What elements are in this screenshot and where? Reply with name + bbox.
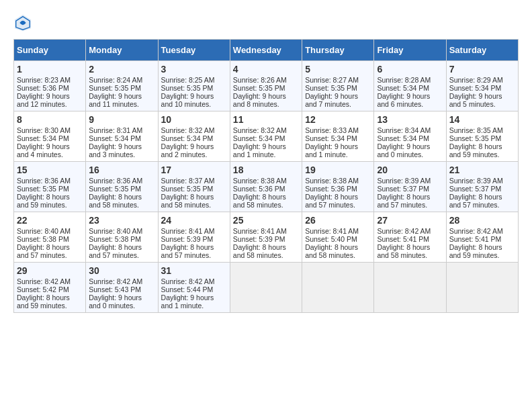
day-number: 7 bbox=[449, 64, 515, 75]
daylight-text: Daylight: 8 hours and 57 minutes. bbox=[89, 243, 142, 259]
sunrise-text: Sunrise: 8:27 AM bbox=[305, 76, 359, 84]
weekday-header: Sunday bbox=[14, 40, 86, 61]
day-number: 26 bbox=[305, 215, 371, 226]
sunrise-text: Sunrise: 8:39 AM bbox=[377, 177, 431, 185]
day-number: 16 bbox=[89, 165, 154, 175]
sunrise-text: Sunrise: 8:35 AM bbox=[449, 126, 503, 134]
calendar-cell: 23 Sunrise: 8:40 AM Sunset: 5:38 PM Dayl… bbox=[86, 212, 158, 263]
sunrise-text: Sunrise: 8:38 AM bbox=[233, 177, 287, 185]
sunset-text: Sunset: 5:35 PM bbox=[305, 84, 357, 92]
calendar-cell: 21 Sunrise: 8:39 AM Sunset: 5:37 PM Dayl… bbox=[446, 162, 518, 212]
page-header bbox=[13, 13, 519, 32]
sunset-text: Sunset: 5:43 PM bbox=[89, 285, 141, 293]
sunrise-text: Sunrise: 8:30 AM bbox=[17, 126, 71, 134]
calendar-cell: 2 Sunrise: 8:24 AM Sunset: 5:35 PM Dayli… bbox=[86, 61, 158, 111]
sunrise-text: Sunrise: 8:42 AM bbox=[89, 277, 142, 285]
sunrise-text: Sunrise: 8:25 AM bbox=[161, 76, 215, 84]
daylight-text: Daylight: 9 hours and 3 minutes. bbox=[89, 142, 142, 158]
daylight-text: Daylight: 8 hours and 57 minutes. bbox=[161, 243, 214, 259]
sunrise-text: Sunrise: 8:37 AM bbox=[161, 177, 215, 185]
day-number: 15 bbox=[17, 165, 83, 175]
daylight-text: Daylight: 9 hours and 12 minutes. bbox=[17, 92, 70, 108]
calendar-cell: 13 Sunrise: 8:34 AM Sunset: 5:34 PM Dayl… bbox=[374, 111, 446, 162]
daylight-text: Daylight: 8 hours and 58 minutes. bbox=[233, 243, 286, 259]
calendar-cell: 22 Sunrise: 8:40 AM Sunset: 5:38 PM Dayl… bbox=[14, 212, 86, 263]
calendar-cell: 14 Sunrise: 8:35 AM Sunset: 5:35 PM Dayl… bbox=[446, 111, 518, 162]
daylight-text: Daylight: 8 hours and 59 minutes. bbox=[449, 243, 502, 259]
calendar-cell bbox=[374, 263, 446, 313]
calendar-cell: 31 Sunrise: 8:42 AM Sunset: 5:44 PM Dayl… bbox=[158, 263, 230, 313]
day-number: 22 bbox=[17, 215, 83, 226]
day-number: 19 bbox=[305, 165, 371, 175]
day-number: 4 bbox=[233, 64, 299, 75]
sunset-text: Sunset: 5:34 PM bbox=[17, 134, 69, 142]
daylight-text: Daylight: 9 hours and 10 minutes. bbox=[161, 92, 214, 108]
weekday-header: Saturday bbox=[446, 40, 518, 61]
daylight-text: Daylight: 9 hours and 4 minutes. bbox=[17, 142, 70, 158]
calendar-cell: 7 Sunrise: 8:29 AM Sunset: 5:34 PM Dayli… bbox=[446, 61, 518, 111]
day-number: 9 bbox=[89, 114, 154, 125]
day-number: 12 bbox=[305, 114, 371, 125]
day-number: 28 bbox=[449, 215, 515, 226]
day-number: 11 bbox=[233, 114, 299, 125]
calendar-cell: 4 Sunrise: 8:26 AM Sunset: 5:35 PM Dayli… bbox=[230, 61, 302, 111]
daylight-text: Daylight: 9 hours and 8 minutes. bbox=[233, 92, 286, 108]
calendar-cell: 30 Sunrise: 8:42 AM Sunset: 5:43 PM Dayl… bbox=[86, 263, 158, 313]
daylight-text: Daylight: 9 hours and 1 minute. bbox=[161, 293, 214, 310]
sunrise-text: Sunrise: 8:41 AM bbox=[305, 227, 359, 235]
sunset-text: Sunset: 5:40 PM bbox=[305, 235, 357, 243]
calendar-cell: 6 Sunrise: 8:28 AM Sunset: 5:34 PM Dayli… bbox=[374, 61, 446, 111]
calendar-cell: 27 Sunrise: 8:42 AM Sunset: 5:41 PM Dayl… bbox=[374, 212, 446, 263]
weekday-header: Tuesday bbox=[158, 40, 230, 61]
day-number: 18 bbox=[233, 165, 299, 175]
day-number: 13 bbox=[377, 114, 443, 125]
calendar-cell: 8 Sunrise: 8:30 AM Sunset: 5:34 PM Dayli… bbox=[14, 111, 86, 162]
sunset-text: Sunset: 5:34 PM bbox=[161, 134, 214, 142]
sunrise-text: Sunrise: 8:42 AM bbox=[377, 227, 431, 235]
weekday-header: Monday bbox=[86, 40, 158, 61]
sunrise-text: Sunrise: 8:41 AM bbox=[233, 227, 287, 235]
sunset-text: Sunset: 5:35 PM bbox=[89, 84, 141, 92]
sunrise-text: Sunrise: 8:31 AM bbox=[89, 126, 142, 134]
daylight-text: Daylight: 8 hours and 57 minutes. bbox=[305, 193, 358, 209]
daylight-text: Daylight: 9 hours and 1 minute. bbox=[233, 142, 286, 158]
day-number: 29 bbox=[17, 265, 83, 276]
sunrise-text: Sunrise: 8:29 AM bbox=[449, 76, 503, 84]
sunrise-text: Sunrise: 8:26 AM bbox=[233, 76, 287, 84]
calendar-cell: 1 Sunrise: 8:23 AM Sunset: 5:36 PM Dayli… bbox=[14, 61, 86, 111]
sunrise-text: Sunrise: 8:36 AM bbox=[89, 177, 142, 185]
day-number: 6 bbox=[377, 64, 443, 75]
sunset-text: Sunset: 5:35 PM bbox=[233, 84, 285, 92]
sunset-text: Sunset: 5:41 PM bbox=[377, 235, 429, 243]
daylight-text: Daylight: 8 hours and 58 minutes. bbox=[89, 193, 142, 209]
calendar-cell: 18 Sunrise: 8:38 AM Sunset: 5:36 PM Dayl… bbox=[230, 162, 302, 212]
daylight-text: Daylight: 8 hours and 59 minutes. bbox=[17, 293, 70, 310]
sunset-text: Sunset: 5:42 PM bbox=[17, 285, 69, 293]
day-number: 17 bbox=[161, 165, 227, 175]
daylight-text: Daylight: 9 hours and 6 minutes. bbox=[377, 92, 430, 108]
daylight-text: Daylight: 8 hours and 58 minutes. bbox=[377, 243, 430, 259]
daylight-text: Daylight: 8 hours and 57 minutes. bbox=[449, 193, 502, 209]
calendar-cell: 29 Sunrise: 8:42 AM Sunset: 5:42 PM Dayl… bbox=[14, 263, 86, 313]
calendar-week-row: 15 Sunrise: 8:36 AM Sunset: 5:35 PM Dayl… bbox=[14, 162, 519, 212]
sunrise-text: Sunrise: 8:42 AM bbox=[449, 227, 503, 235]
sunset-text: Sunset: 5:35 PM bbox=[449, 134, 502, 142]
sunrise-text: Sunrise: 8:41 AM bbox=[161, 227, 215, 235]
sunrise-text: Sunrise: 8:38 AM bbox=[305, 177, 359, 185]
calendar-cell: 12 Sunrise: 8:33 AM Sunset: 5:34 PM Dayl… bbox=[302, 111, 374, 162]
calendar-week-row: 22 Sunrise: 8:40 AM Sunset: 5:38 PM Dayl… bbox=[14, 212, 519, 263]
day-number: 23 bbox=[89, 215, 154, 226]
sunset-text: Sunset: 5:39 PM bbox=[233, 235, 285, 243]
sunrise-text: Sunrise: 8:32 AM bbox=[233, 126, 287, 134]
sunrise-text: Sunrise: 8:24 AM bbox=[89, 76, 142, 84]
sunset-text: Sunset: 5:35 PM bbox=[161, 185, 214, 193]
sunrise-text: Sunrise: 8:40 AM bbox=[89, 227, 142, 235]
daylight-text: Daylight: 9 hours and 2 minutes. bbox=[161, 142, 214, 158]
calendar-cell: 11 Sunrise: 8:32 AM Sunset: 5:34 PM Dayl… bbox=[230, 111, 302, 162]
sunset-text: Sunset: 5:38 PM bbox=[17, 235, 69, 243]
daylight-text: Daylight: 9 hours and 5 minutes. bbox=[449, 92, 502, 108]
sunset-text: Sunset: 5:36 PM bbox=[305, 185, 357, 193]
calendar-cell: 24 Sunrise: 8:41 AM Sunset: 5:39 PM Dayl… bbox=[158, 212, 230, 263]
sunset-text: Sunset: 5:34 PM bbox=[377, 84, 429, 92]
calendar-cell: 28 Sunrise: 8:42 AM Sunset: 5:41 PM Dayl… bbox=[446, 212, 518, 263]
